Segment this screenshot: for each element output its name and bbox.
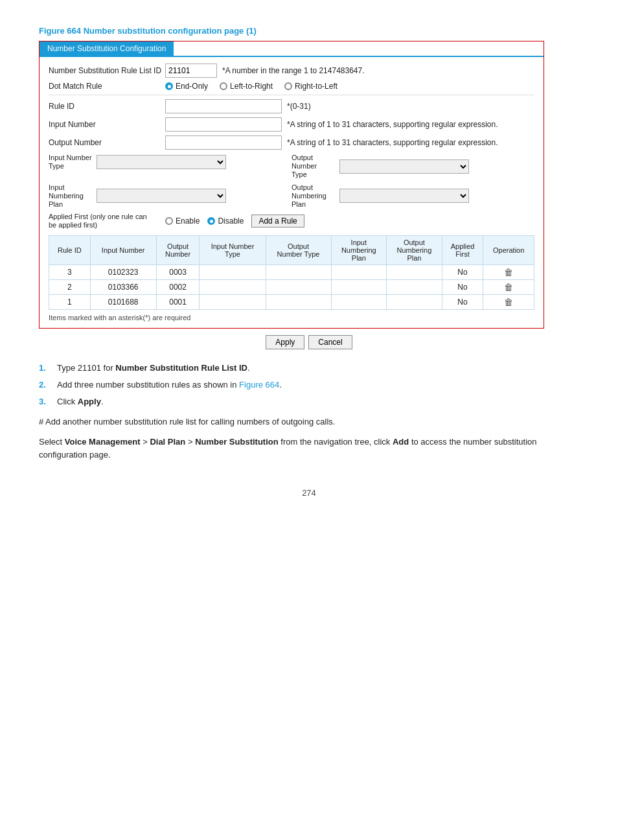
cell-operation[interactable]: 🗑	[483, 294, 534, 309]
dot-match-end-only-label: End-Only	[176, 82, 208, 91]
rules-table: Rule ID Input Number OutputNumber Input …	[49, 235, 534, 310]
cancel-button[interactable]: Cancel	[308, 335, 352, 349]
para1: # Add another number substitution rule l…	[39, 415, 579, 429]
dot-match-right-to-left[interactable]: Right-to-Left	[284, 82, 338, 91]
rule-id-hint: *(0-31)	[287, 102, 311, 111]
cell-input-plan	[331, 264, 387, 279]
dot-match-end-only[interactable]: End-Only	[165, 82, 208, 91]
rule-id-row: Rule ID *(0-31)	[49, 99, 534, 113]
applied-first-disable[interactable]: Disable	[207, 216, 244, 226]
cell-output-number: 0002	[156, 279, 200, 294]
radio-disable-icon	[207, 217, 215, 225]
delete-icon[interactable]: 🗑	[504, 267, 513, 277]
page-number: 274	[39, 488, 579, 498]
cell-output-plan	[387, 279, 442, 294]
output-number-input[interactable]	[165, 135, 282, 150]
action-buttons-row: Apply Cancel	[39, 335, 579, 349]
footer-note: Items marked with an asterisk(*) are req…	[49, 314, 534, 321]
applied-first-label: Applied First (only one rule canbe appli…	[49, 213, 165, 229]
step-1-text: Type 21101 for Number Substitution Rule …	[57, 361, 250, 375]
output-number-type-col: OutputNumberType	[292, 154, 534, 180]
para2-voice-management: Voice Management	[65, 437, 141, 447]
cell-output-number-type	[266, 279, 331, 294]
dot-match-left-to-right-label: Left-to-Right	[230, 82, 273, 91]
step-2-text: Add three number substitution rules as s…	[57, 378, 282, 392]
table-row: 3 0102323 0003 No 🗑	[49, 264, 534, 279]
para2: Select Voice Management > Dial Plan > Nu…	[39, 436, 579, 463]
col-output-plan: OutputNumberingPlan	[387, 235, 442, 264]
config-box: Number Substitution Configuration Number…	[39, 41, 544, 329]
cell-operation[interactable]: 🗑	[483, 264, 534, 279]
col-input-number-type: Input NumberType	[200, 235, 266, 264]
rule-list-id-row: Number Substitution Rule List ID *A numb…	[49, 64, 534, 78]
apply-button[interactable]: Apply	[266, 335, 304, 349]
para2-dial-plan: Dial Plan	[150, 437, 185, 447]
cell-output-plan	[387, 264, 442, 279]
delete-icon[interactable]: 🗑	[504, 282, 513, 292]
output-number-type-select[interactable]	[339, 159, 469, 174]
figure-title: Figure 664 Number substitution configura…	[39, 26, 579, 36]
output-number-row: Output Number *A string of 1 to 31 chara…	[49, 135, 534, 150]
col-input-number: Input Number	[90, 235, 156, 264]
col-rule-id: Rule ID	[49, 235, 91, 264]
cell-input-plan	[331, 279, 387, 294]
radio-end-only-icon	[165, 82, 173, 90]
cell-applied-first: No	[442, 294, 483, 309]
cell-input-number-type	[200, 279, 266, 294]
step-3-bold: Apply	[78, 397, 101, 406]
output-numbering-plan-select[interactable]	[339, 189, 469, 203]
cell-output-number: 0001	[156, 294, 200, 309]
step-3: 3. Click Apply.	[39, 395, 579, 409]
cell-input-number: 0103366	[90, 279, 156, 294]
col-applied-first: AppliedFirst	[442, 235, 483, 264]
rule-id-input[interactable]	[165, 99, 282, 113]
cell-rule-id: 3	[49, 264, 91, 279]
cell-operation[interactable]: 🗑	[483, 279, 534, 294]
output-numbering-plan-col: OutputNumberingPlan	[292, 183, 534, 209]
input-numbering-plan-select[interactable]	[97, 189, 226, 203]
table-row: 2 0103366 0002 No 🗑	[49, 279, 534, 294]
dot-match-rule-row: Dot Match Rule End-Only Left-to-Right Ri…	[49, 82, 534, 91]
figure-664-link[interactable]: Figure 664	[239, 380, 279, 390]
cell-output-plan	[387, 294, 442, 309]
config-tab: Number Substitution Configuration	[40, 41, 544, 56]
input-numbering-plan-label: InputNumberingPlan	[49, 183, 94, 209]
step-1-num: 1.	[39, 361, 52, 375]
cell-input-plan	[331, 294, 387, 309]
cell-rule-id: 1	[49, 294, 91, 309]
input-number-type-label: Input NumberType	[49, 154, 94, 170]
rule-list-id-input[interactable]	[165, 64, 217, 78]
col-operation: Operation	[483, 235, 534, 264]
step-2: 2. Add three number substitution rules a…	[39, 378, 579, 392]
dot-match-right-to-left-label: Right-to-Left	[295, 82, 338, 91]
dot-match-left-to-right[interactable]: Left-to-Right	[220, 82, 273, 91]
rules-table-header: Rule ID Input Number OutputNumber Input …	[49, 235, 534, 264]
input-numbering-plan-col: InputNumberingPlan	[49, 183, 292, 209]
cell-input-number: 0101688	[90, 294, 156, 309]
output-numbering-plan-label: OutputNumberingPlan	[292, 183, 337, 209]
cell-output-number-type	[266, 294, 331, 309]
input-number-hint: *A string of 1 to 31 characters, support…	[287, 120, 498, 129]
applied-first-enable[interactable]: Enable	[165, 216, 200, 226]
table-row: 1 0101688 0001 No 🗑	[49, 294, 534, 309]
input-number-type-select[interactable]	[97, 155, 226, 169]
steps-list: 1. Type 21101 for Number Substitution Ru…	[39, 361, 579, 409]
add-rule-button[interactable]: Add a Rule	[251, 215, 304, 228]
config-body: Number Substitution Rule List ID *A numb…	[40, 56, 544, 328]
rules-table-body: 3 0102323 0003 No 🗑 2 0103366 0002 No 🗑 …	[49, 264, 534, 309]
dot-match-rule-label: Dot Match Rule	[49, 82, 165, 91]
cell-rule-id: 2	[49, 279, 91, 294]
numbering-plan-row: InputNumberingPlan OutputNumberingPlan	[49, 183, 534, 209]
input-number-row: Input Number *A string of 1 to 31 charac…	[49, 117, 534, 132]
step-3-text: Click Apply.	[57, 395, 104, 409]
step-1: 1. Type 21101 for Number Substitution Ru…	[39, 361, 579, 375]
radio-left-to-right-icon	[220, 82, 227, 90]
applied-first-disable-label: Disable	[218, 216, 244, 226]
rule-id-label: Rule ID	[49, 102, 165, 111]
step-2-num: 2.	[39, 378, 52, 392]
radio-enable-icon	[165, 217, 173, 225]
delete-icon[interactable]: 🗑	[504, 297, 513, 307]
input-number-input[interactable]	[165, 117, 282, 132]
col-output-number-type: OutputNumber Type	[266, 235, 331, 264]
output-number-hint: *A string of 1 to 31 characters, support…	[287, 138, 498, 147]
